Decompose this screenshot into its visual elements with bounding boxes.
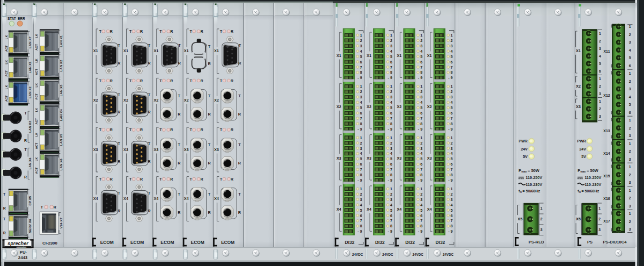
svg-text:LAN X2: LAN X2 (59, 60, 63, 72)
svg-text:PS-DIU10C4: PS-DIU10C4 (603, 240, 627, 245)
svg-text:2: 2 (451, 39, 453, 42)
svg-text:6: 6 (360, 162, 362, 166)
svg-text:T: T (118, 142, 121, 146)
svg-text:X1: X1 (397, 53, 402, 58)
svg-text:T: T (239, 44, 241, 47)
svg-text:1: 1 (451, 84, 453, 88)
svg-text:T: T (238, 143, 241, 147)
svg-text:9: 9 (451, 76, 453, 80)
svg-text:6: 6 (629, 111, 631, 114)
svg-text:X2: X2 (427, 104, 432, 109)
svg-text:R: R (3, 206, 6, 210)
svg-text:T: T (129, 177, 132, 181)
svg-text:8: 8 (360, 122, 362, 126)
svg-text:5: 5 (360, 55, 362, 59)
svg-text:6: 6 (390, 214, 392, 218)
svg-text:R: R (238, 112, 241, 116)
svg-text:LK: LK (5, 85, 8, 90)
svg-text:9: 9 (360, 127, 362, 131)
svg-text:5: 5 (360, 209, 362, 212)
svg-text:9: 9 (420, 127, 422, 131)
svg-text:2: 2 (599, 84, 601, 88)
svg-text:R: R (110, 79, 113, 83)
svg-text:T: T (99, 177, 102, 181)
svg-text:24VDC: 24VDC (443, 253, 454, 256)
svg-text:T: T (208, 94, 211, 98)
svg-text:4: 4 (420, 49, 422, 53)
svg-text:4: 4 (390, 152, 392, 155)
svg-text:6: 6 (451, 162, 453, 166)
svg-text:2443: 2443 (18, 255, 28, 260)
svg-text:R: R (238, 211, 241, 214)
svg-text:1: 1 (360, 187, 362, 191)
svg-text:T: T (118, 93, 121, 97)
svg-text:8: 8 (451, 173, 453, 177)
svg-text:6: 6 (420, 111, 422, 115)
svg-text:LAN X4: LAN X4 (59, 109, 63, 121)
svg-text:1: 1 (598, 206, 601, 210)
svg-text:T: T (208, 143, 211, 147)
svg-text:X1: X1 (184, 48, 189, 53)
svg-text:6: 6 (390, 111, 392, 115)
svg-text:ACT: ACT (35, 44, 38, 51)
svg-text:LAN X2: LAN X2 (28, 86, 32, 98)
svg-text:R: R (170, 177, 173, 181)
svg-text:4: 4 (420, 100, 422, 104)
svg-text:3: 3 (360, 198, 362, 202)
svg-text:110-250V: 110-250V (585, 175, 602, 180)
svg-text:6: 6 (360, 60, 362, 64)
svg-text:R: R (201, 177, 203, 181)
svg-text:X1: X1 (367, 53, 371, 58)
svg-text:3: 3 (390, 95, 392, 99)
svg-text:= 50/60Hz: = 50/60Hz (523, 189, 540, 193)
svg-text:X3: X3 (336, 156, 341, 161)
svg-text:5: 5 (360, 106, 362, 110)
svg-text:2: 2 (629, 196, 631, 200)
svg-text:7: 7 (451, 117, 453, 120)
svg-text:X3: X3 (576, 104, 581, 109)
svg-text:4: 4 (451, 100, 453, 104)
svg-text:X3: X3 (93, 147, 98, 152)
svg-text:7: 7 (420, 66, 422, 69)
svg-text:X1: X1 (576, 48, 581, 53)
svg-text:5V: 5V (581, 155, 586, 159)
svg-text:1: 1 (451, 187, 453, 191)
svg-text:LK: LK (5, 35, 8, 40)
svg-text:3: 3 (540, 228, 543, 232)
svg-text:ACT: ACT (5, 70, 8, 76)
svg-text:1: 1 (360, 33, 362, 37)
svg-text:X4: X4 (336, 207, 341, 212)
svg-text:T: T (220, 79, 223, 83)
svg-text:5: 5 (629, 56, 631, 60)
svg-text:9: 9 (451, 127, 453, 131)
svg-text:R: R (118, 160, 120, 163)
svg-text:X2: X2 (367, 104, 371, 109)
svg-text:ACT: ACT (5, 45, 8, 52)
svg-text:2: 2 (451, 90, 453, 94)
svg-text:R: R (110, 30, 113, 33)
svg-text:1: 1 (629, 212, 631, 215)
svg-text:1: 1 (629, 165, 631, 169)
svg-text:1: 1 (629, 25, 631, 28)
svg-text:T: T (129, 30, 132, 33)
svg-text:T: T (99, 79, 102, 83)
svg-text:SERV X6: SERV X6 (28, 219, 32, 233)
svg-text:5: 5 (629, 103, 631, 106)
svg-text:T: T (208, 45, 211, 48)
svg-text:2: 2 (451, 141, 453, 145)
svg-text:2: 2 (599, 107, 601, 111)
svg-text:R: R (110, 128, 113, 132)
svg-text:9: 9 (360, 178, 362, 182)
svg-text:24V: 24V (521, 147, 528, 152)
svg-text:LK: LK (35, 157, 38, 162)
svg-text:LAN X6: LAN X6 (59, 159, 63, 171)
svg-text:1: 1 (629, 189, 631, 192)
svg-text:1: 1 (360, 136, 362, 140)
svg-text:8: 8 (360, 173, 362, 177)
svg-text:R: R (110, 177, 113, 181)
svg-text:6: 6 (360, 214, 362, 218)
svg-text:3: 3 (599, 92, 601, 96)
svg-text:6: 6 (420, 60, 422, 64)
svg-text:T: T (159, 79, 162, 83)
svg-text:X2: X2 (397, 104, 402, 109)
